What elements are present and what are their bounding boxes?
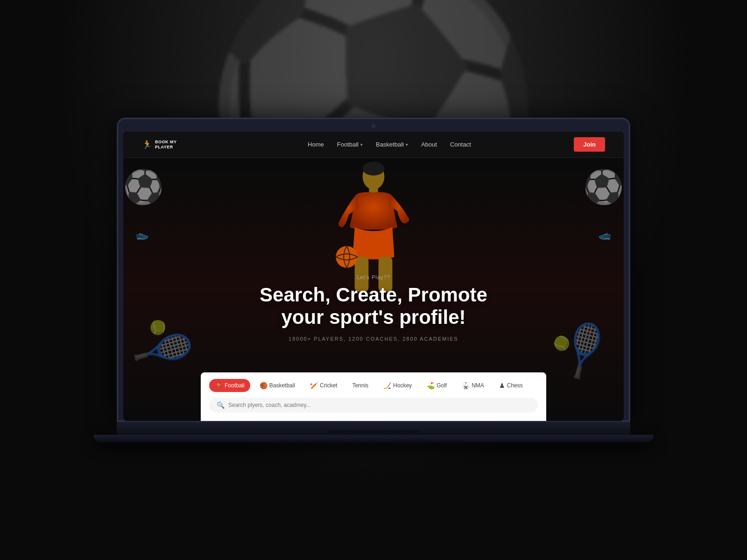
sport-tabs: 🏃 Football 🏀 Basketball 🏏 Cricket [209,379,538,392]
deco-racket-left: 🎾 [128,315,198,384]
football-icon: 🏃 [215,382,223,389]
website-content: 🏃 BOOK MY PLAYER Home Football ▾ [123,132,624,421]
logo-icon: 🏃 [142,140,152,150]
search-box: 🏃 Football 🏀 Basketball 🏏 Cricket [201,372,546,421]
laptop-device: 🏃 BOOK MY PLAYER Home Football ▾ [117,118,630,442]
logo: 🏃 BOOK MY PLAYER [142,140,177,150]
hockey-icon: 🏒 [383,382,391,389]
hero-section: ⚽👟 ⚽👟 🎾 🎾 [123,158,624,421]
nav-about[interactable]: About [421,141,437,148]
cricket-icon: 🏏 [310,382,318,389]
laptop-screen: 🏃 BOOK MY PLAYER Home Football ▾ [123,132,624,421]
golf-icon: ⛳ [427,382,435,389]
laptop-bottom [93,435,654,442]
deco-racket-right: 🎾 [549,315,618,384]
nav-basketball[interactable]: Basketball ▾ [376,141,408,148]
svg-point-5 [336,246,358,268]
nma-icon: 🥋 [462,382,470,389]
search-icon: 🔍 [217,401,225,409]
nav-contact[interactable]: Contact [450,141,471,148]
logo-text: BOOK MY PLAYER [155,140,177,150]
sport-tab-golf[interactable]: ⛳ Golf [421,379,452,392]
chevron-down-icon: ▾ [406,142,408,147]
sport-tab-badmington[interactable]: 🏸 Badmington [532,379,538,392]
laptop-base [117,422,630,435]
camera-dot [372,124,375,128]
nav-football[interactable]: Football ▾ [337,141,363,148]
chess-icon: ♟ [499,382,505,389]
sport-tab-cricket[interactable]: 🏏 Cricket [304,379,343,392]
sport-tab-hockey[interactable]: 🏒 Hockey [378,379,417,392]
sport-tab-nma[interactable]: 🥋 NMA [456,379,490,392]
hero-content: Let's Play?? Search, Create, Promote you… [260,274,487,342]
search-input[interactable] [228,402,530,408]
sport-tab-chess[interactable]: ♟ Chess [493,379,529,392]
nav-home[interactable]: Home [308,141,324,148]
deco-ball-left: ⚽👟 [123,163,177,247]
nav-links: Home Football ▾ Basketball ▾ About [205,141,574,148]
navbar: 🏃 BOOK MY PLAYER Home Football ▾ [123,132,624,158]
sport-tab-tennis[interactable]: Tennis [346,379,374,392]
svg-point-1 [363,162,385,176]
search-input-row: 🔍 [209,398,538,413]
sport-tab-basketball[interactable]: 🏀 Basketball [254,379,301,392]
basketball-icon: 🏀 [260,382,268,389]
deco-ball-right: ⚽👟 [570,163,624,247]
sport-tab-football[interactable]: 🏃 Football [209,379,250,392]
laptop-bezel: 🏃 BOOK MY PLAYER Home Football ▾ [117,118,630,422]
hero-stats: 18000+ PLAYERS, 1200 COACHES, 2800 ACADE… [260,336,487,342]
join-button[interactable]: Join [574,137,605,152]
hero-tagline: Let's Play?? [260,274,487,280]
chevron-down-icon: ▾ [360,142,363,147]
hero-title: Search, Create, Promote your sport's pro… [260,284,487,329]
